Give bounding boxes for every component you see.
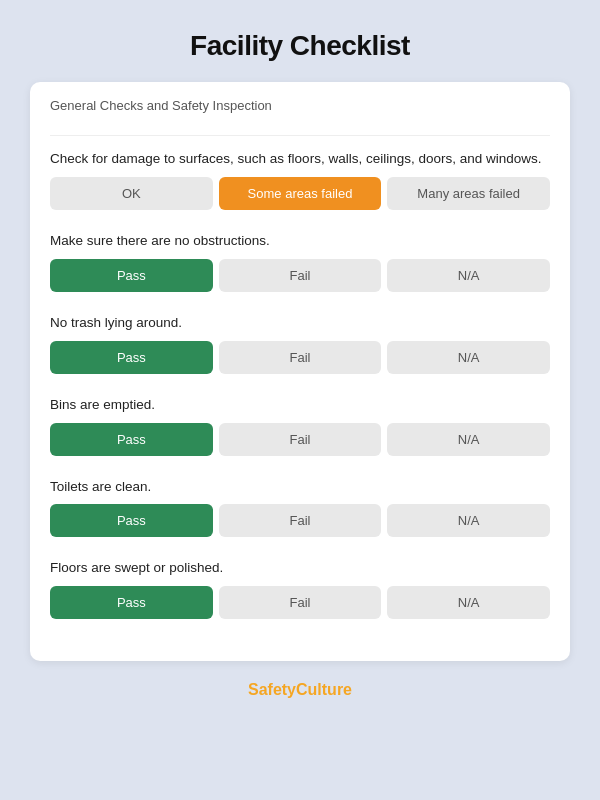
- btn-item-3-0[interactable]: Pass: [50, 341, 213, 374]
- btn-item-3-2[interactable]: N/A: [387, 341, 550, 374]
- btn-group-3: PassFailN/A: [50, 341, 550, 374]
- btn-item-5-2[interactable]: N/A: [387, 504, 550, 537]
- btn-item-1-0[interactable]: OK: [50, 177, 213, 210]
- checklist-items: Check for damage to surfaces, such as fl…: [50, 150, 550, 623]
- btn-item-5-0[interactable]: Pass: [50, 504, 213, 537]
- btn-item-2-0[interactable]: Pass: [50, 259, 213, 292]
- btn-group-2: PassFailN/A: [50, 259, 550, 292]
- check-item-2: Make sure there are no obstructions.Pass…: [50, 232, 550, 296]
- check-item-1: Check for damage to surfaces, such as fl…: [50, 150, 550, 214]
- check-label-6: Floors are swept or polished.: [50, 559, 550, 578]
- btn-item-6-1[interactable]: Fail: [219, 586, 382, 619]
- page-title: Facility Checklist: [190, 30, 410, 62]
- btn-item-4-2[interactable]: N/A: [387, 423, 550, 456]
- btn-group-6: PassFailN/A: [50, 586, 550, 619]
- btn-item-2-1[interactable]: Fail: [219, 259, 382, 292]
- btn-item-5-1[interactable]: Fail: [219, 504, 382, 537]
- btn-item-3-1[interactable]: Fail: [219, 341, 382, 374]
- check-item-4: Bins are emptied.PassFailN/A: [50, 396, 550, 460]
- brand-text-black: Safety: [248, 681, 296, 698]
- check-label-1: Check for damage to surfaces, such as fl…: [50, 150, 550, 169]
- card-header: General Checks and Safety Inspection: [50, 98, 550, 121]
- btn-item-4-1[interactable]: Fail: [219, 423, 382, 456]
- checklist-card: General Checks and Safety Inspection Che…: [30, 82, 570, 661]
- btn-group-1: OKSome areas failedMany areas failed: [50, 177, 550, 210]
- btn-group-5: PassFailN/A: [50, 504, 550, 537]
- divider: [50, 135, 550, 136]
- brand-text-orange: Culture: [296, 681, 352, 698]
- check-item-6: Floors are swept or polished.PassFailN/A: [50, 559, 550, 623]
- btn-item-6-0[interactable]: Pass: [50, 586, 213, 619]
- btn-item-1-2[interactable]: Many areas failed: [387, 177, 550, 210]
- btn-group-4: PassFailN/A: [50, 423, 550, 456]
- check-label-4: Bins are emptied.: [50, 396, 550, 415]
- check-item-5: Toilets are clean.PassFailN/A: [50, 478, 550, 542]
- btn-item-6-2[interactable]: N/A: [387, 586, 550, 619]
- brand-logo: SafetyCulture: [248, 681, 352, 699]
- check-label-3: No trash lying around.: [50, 314, 550, 333]
- check-label-5: Toilets are clean.: [50, 478, 550, 497]
- check-label-2: Make sure there are no obstructions.: [50, 232, 550, 251]
- btn-item-2-2[interactable]: N/A: [387, 259, 550, 292]
- btn-item-4-0[interactable]: Pass: [50, 423, 213, 456]
- btn-item-1-1[interactable]: Some areas failed: [219, 177, 382, 210]
- check-item-3: No trash lying around.PassFailN/A: [50, 314, 550, 378]
